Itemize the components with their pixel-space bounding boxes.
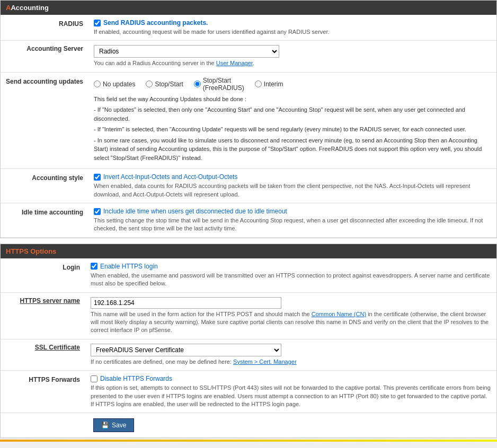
accounting-style-row: Accounting style Invert Acct-Input-Octet… xyxy=(1,169,496,203)
idle-time-label: Idle time accounting xyxy=(1,203,88,238)
login-checkbox-label: Enable HTTPS login xyxy=(100,263,158,270)
https-server-name-row: HTTPS server name This name will be used… xyxy=(1,292,496,339)
login-checkbox[interactable] xyxy=(91,263,97,270)
accounting-style-checkbox-row: Invert Acct-Input-Octets and Acct-Output… xyxy=(94,173,491,181)
accounting-table: RADIUS Send RADIUS accounting packets. I… xyxy=(1,15,496,238)
ssl-cert-label-text: SSL Certificate xyxy=(35,344,80,351)
save-cell: 💾 Save xyxy=(1,413,496,438)
accounting-style-content: Invert Acct-Input-Octets and Acct-Output… xyxy=(88,169,496,203)
radio-no-updates-label: No updates xyxy=(103,80,135,88)
radio-stop-start-freeradius-input[interactable] xyxy=(194,80,201,87)
radio-stop-start-label: Stop/Start xyxy=(155,80,183,88)
save-button-label: Save xyxy=(112,422,126,429)
page-wrapper: AAccounting RADIUS Send RADIUS accountin… xyxy=(0,0,497,442)
https-server-name-help-prefix: This name will be used in the form actio… xyxy=(91,311,312,317)
accounting-header-accent: A xyxy=(6,4,11,12)
radio-stop-start: Stop/Start xyxy=(146,80,183,88)
radius-checkbox-label: Send RADIUS accounting packets. xyxy=(103,19,208,26)
https-forwards-checkbox-label: Disable HTTPS Forwards xyxy=(100,375,172,382)
ssl-cert-label: SSL Certificate xyxy=(1,339,85,370)
https-forwards-row: HTTPS Forwards Disable HTTPS Forwards If… xyxy=(1,371,496,413)
send-updates-radio-group: No updates Stop/Start Stop/Start(FreeRAD… xyxy=(94,77,491,92)
bottom-bar xyxy=(0,440,497,442)
accounting-style-label: Accounting style xyxy=(1,169,88,203)
https-forwards-help: If this option is set, attempts to conne… xyxy=(91,384,491,408)
radius-help-text: If enabled, accounting request will be m… xyxy=(94,28,491,36)
ssl-cert-select[interactable]: FreeRADIUS Server Certificate xyxy=(91,344,281,356)
accounting-style-checkbox-label: Invert Acct-Input-Octets and Acct-Output… xyxy=(103,173,237,181)
accounting-server-help-prefix: You can add a Radius Accounting server i… xyxy=(94,60,216,66)
send-updates-label: Send accounting updates xyxy=(1,72,88,169)
cert-manager-link[interactable]: System > Cert. Manager xyxy=(233,359,297,365)
https-section: HTTPS Options Login Enable HTTPS login W… xyxy=(0,244,497,439)
https-server-name-help: This name will be used in the form actio… xyxy=(91,310,491,335)
ssl-cert-content: FreeRADIUS Server Certificate If no cert… xyxy=(85,339,496,370)
send-updates-row: Send accounting updates No updates Stop/… xyxy=(1,72,496,169)
https-forwards-label: HTTPS Forwards xyxy=(1,371,85,413)
accounting-section: AAccounting RADIUS Send RADIUS accountin… xyxy=(0,0,497,238)
radio-no-updates: No updates xyxy=(94,80,135,88)
send-updates-description: This field set the way Accounting Update… xyxy=(94,95,491,163)
idle-time-checkbox-row: Include idle time when users get disconn… xyxy=(94,208,491,215)
save-icon: 💾 xyxy=(101,422,109,429)
https-server-name-label: HTTPS server name xyxy=(1,292,85,339)
radio-interim-input[interactable] xyxy=(255,80,262,87)
accounting-style-help: When enabled, data counts for RADIUS acc… xyxy=(94,182,491,199)
idle-time-checkbox[interactable] xyxy=(94,208,101,215)
accounting-header: AAccounting xyxy=(1,1,496,15)
radius-label: RADIUS xyxy=(1,15,88,41)
radio-stop-start-freeradius: Stop/Start(FreeRADIUS) xyxy=(194,77,244,92)
send-updates-content: No updates Stop/Start Stop/Start(FreeRAD… xyxy=(88,72,496,169)
https-header: HTTPS Options xyxy=(1,244,496,258)
login-content: Enable HTTPS login When enabled, the use… xyxy=(85,258,496,292)
radius-row: RADIUS Send RADIUS accounting packets. I… xyxy=(1,15,496,41)
radius-checkbox[interactable] xyxy=(94,20,101,26)
https-table: Login Enable HTTPS login When enabled, t… xyxy=(1,258,496,438)
idle-time-checkbox-label: Include idle time when users get disconn… xyxy=(103,208,287,215)
common-name-link[interactable]: Common Name (CN) xyxy=(312,311,366,317)
user-manager-link[interactable]: User Manager xyxy=(216,60,253,66)
https-forwards-checkbox-row: Disable HTTPS Forwards xyxy=(91,375,491,382)
save-button[interactable]: 💾 Save xyxy=(93,418,134,432)
https-header-text: HTTPS Options xyxy=(6,247,56,255)
radius-checkbox-row: Send RADIUS accounting packets. xyxy=(94,19,491,26)
radio-interim-label: Interim xyxy=(264,80,283,88)
radio-stop-start-freeradius-label: Stop/Start(FreeRADIUS) xyxy=(203,77,244,92)
radio-stop-start-input[interactable] xyxy=(146,80,153,87)
ssl-cert-row: SSL Certificate FreeRADIUS Server Certif… xyxy=(1,339,496,370)
idle-time-row: Idle time accounting Include idle time w… xyxy=(1,203,496,238)
https-server-name-input[interactable] xyxy=(91,297,281,309)
accounting-server-help: You can add a Radius Accounting server i… xyxy=(94,59,491,67)
radio-no-updates-input[interactable] xyxy=(94,80,101,87)
accounting-server-select[interactable]: Radios xyxy=(94,45,279,58)
https-forwards-content: Disable HTTPS Forwards If this option is… xyxy=(85,371,496,413)
login-label: Login xyxy=(1,258,85,292)
login-checkbox-row: Enable HTTPS login xyxy=(91,263,491,270)
https-server-name-content: This name will be used in the form actio… xyxy=(85,292,496,339)
login-row: Login Enable HTTPS login When enabled, t… xyxy=(1,258,496,292)
accounting-server-content: Radios You can add a Radius Accounting s… xyxy=(88,41,496,72)
accounting-server-help-suffix: . xyxy=(253,60,254,66)
accounting-style-checkbox[interactable] xyxy=(94,174,101,181)
save-row: 💾 Save xyxy=(1,413,496,438)
idle-time-content: Include idle time when users get disconn… xyxy=(88,203,496,238)
accounting-server-label: Accounting Server xyxy=(1,41,88,72)
ssl-cert-help-prefix: If no certificates are defined, one may … xyxy=(91,359,233,365)
idle-time-help: This setting change the stop time that w… xyxy=(94,217,491,233)
https-forwards-checkbox[interactable] xyxy=(91,375,97,382)
radius-content: Send RADIUS accounting packets. If enabl… xyxy=(88,15,496,41)
https-server-name-label-text: HTTPS server name xyxy=(20,297,80,304)
radio-interim: Interim xyxy=(255,80,283,88)
accounting-server-row: Accounting Server Radios You can add a R… xyxy=(1,41,496,72)
ssl-cert-help: If no certificates are defined, one may … xyxy=(91,358,491,366)
login-help: When enabled, the username and password … xyxy=(91,272,491,288)
